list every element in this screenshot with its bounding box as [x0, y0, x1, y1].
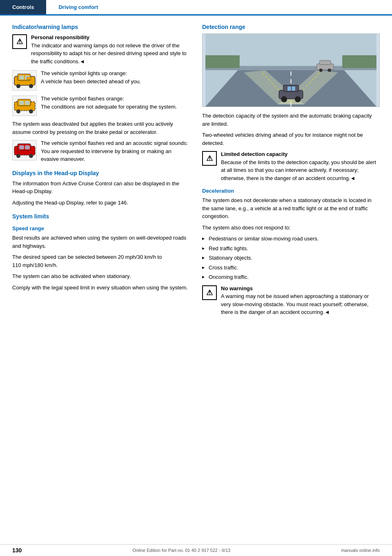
nav-controls[interactable]: Controls: [0, 0, 46, 14]
right-column: Detection range: [202, 24, 380, 320]
detection-text-1: The detection capacity of the system and…: [202, 112, 380, 128]
warning-body-3: A warning may not be issued when approac…: [221, 292, 380, 316]
warning-block-personal-responsibility: ⚠ Personal responsibility The indicator …: [12, 33, 190, 65]
section-heading-hud: Displays in the Head-up Display: [12, 170, 190, 176]
svg-rect-11: [19, 101, 24, 105]
car-text-1: The vehicle symbol lights up orange: A v…: [41, 69, 141, 85]
section-heading-indicators: Indicator/warning lamps: [12, 24, 190, 30]
svg-point-16: [29, 154, 33, 158]
section-heading-system-limits: System limits: [12, 213, 190, 220]
svg-rect-24: [342, 55, 376, 68]
svg-rect-23: [205, 55, 240, 68]
car-text-2: The vehicle symbol flashes orange: The c…: [41, 95, 177, 111]
svg-rect-12: [25, 101, 30, 105]
warning-body-1: The indicator and warning lamps do not r…: [31, 42, 190, 66]
warning-body-2: Because of the limits to the detection c…: [221, 158, 380, 182]
svg-point-15: [16, 154, 20, 158]
section-heading-detection-range: Detection range: [202, 24, 380, 30]
bullet-item-stationary: Stationary objects.: [202, 254, 380, 262]
warning-text-1: Personal responsibility The indicator an…: [31, 33, 190, 65]
warning-title-3: No warnings: [221, 285, 380, 293]
svg-rect-37: [287, 87, 291, 91]
speed-range-text-1: Best results are achieved when using the…: [12, 234, 190, 250]
car-icon-red-flash: [12, 140, 37, 160]
speed-range-text-3: The system can also be activated when st…: [12, 272, 190, 280]
bullet-item-pedestrians: Pedestrians or similar slow-moving road …: [202, 235, 380, 243]
car-icon-svg-1: [13, 71, 36, 89]
svg-point-31: [319, 69, 323, 72]
warning-block-limited-detection: ⚠ Limited detection capacity Because of …: [202, 150, 380, 182]
warning-block-no-warnings: ⚠ No warnings A warning may not be issue…: [202, 285, 380, 316]
svg-point-3: [29, 84, 33, 88]
svg-point-9: [16, 109, 20, 113]
hud-text-2: Adjusting the Head-up Display, refer to …: [12, 199, 190, 207]
left-column: Indicator/warning lamps ⚠ Personal respo…: [12, 24, 190, 320]
car-icon-block-1: The vehicle symbol lights up orange: A v…: [12, 69, 190, 91]
nav-driving-comfort[interactable]: Driving comfort: [46, 0, 110, 14]
car-icon-svg-3: [13, 141, 36, 159]
hud-text-1: The information from Active Cruise Contr…: [12, 180, 190, 196]
warning-title-2: Limited detection capacity: [221, 150, 380, 158]
car-icon-svg-2: [13, 97, 36, 115]
top-navigation: Controls Driving comfort: [0, 0, 392, 15]
deceleration-text-2: The system also does not respond to:: [202, 224, 380, 232]
svg-rect-30: [320, 60, 331, 64]
svg-point-10: [29, 109, 33, 113]
speed-range-text-2: The desired speed can be selected betwee…: [12, 253, 190, 269]
detection-range-image: [202, 33, 380, 107]
bullet-item-cross-traffic: Cross traffic.: [202, 264, 380, 272]
svg-rect-17: [19, 145, 24, 149]
sub-heading-deceleration: Deceleration: [202, 188, 380, 194]
svg-rect-4: [19, 76, 24, 80]
car-icon-orange-flash: [12, 96, 37, 116]
system-deactivated-text: The system was deactivated but applies t…: [12, 120, 190, 136]
warning-title-1: Personal responsibility: [31, 33, 190, 42]
svg-point-32: [328, 69, 331, 72]
detection-text-2: Two-wheeled vehicles driving ahead of yo…: [202, 131, 380, 147]
warning-icon-3: ⚠: [202, 285, 217, 300]
car-text-3: The vehicle symbol flashes red and an ac…: [41, 139, 190, 163]
sub-heading-speed-range: Speed range: [12, 225, 190, 231]
svg-rect-18: [25, 145, 30, 149]
footer-right-text: manuals online.info: [341, 548, 380, 553]
svg-rect-6: [27, 77, 31, 80]
footer-page-number: 130: [12, 547, 22, 554]
car-icon-orange-detected: [12, 70, 37, 91]
car-icon-block-3: The vehicle symbol flashes red and an ac…: [12, 139, 190, 163]
main-content: Indicator/warning lamps ⚠ Personal respo…: [0, 16, 392, 329]
deceleration-bullet-list: Pedestrians or similar slow-moving road …: [202, 235, 380, 281]
deceleration-text-1: The system does not decelerate when a st…: [202, 196, 380, 220]
footer: 130 Online Edition for Part no. 01 40 2 …: [0, 544, 392, 556]
svg-point-35: [281, 96, 287, 102]
speed-range-text-4: Comply with the legal speed limit in eve…: [12, 284, 190, 292]
bullet-item-oncoming: Oncoming traffic.: [202, 273, 380, 281]
svg-point-36: [295, 96, 301, 102]
warning-icon-1: ⚠: [12, 34, 27, 49]
road-scene-svg: [203, 34, 379, 107]
car-icon-block-2: The vehicle symbol flashes orange: The c…: [12, 95, 190, 116]
svg-point-2: [16, 84, 20, 88]
warning-text-3: No warnings A warning may not be issued …: [221, 285, 380, 316]
warning-icon-2: ⚠: [202, 151, 217, 166]
footer-center-text: Online Edition for Part no. 01 40 2 917 …: [132, 548, 230, 553]
warning-text-2: Limited detection capacity Because of th…: [221, 150, 380, 182]
bullet-item-red-lights: Red traffic lights.: [202, 245, 380, 253]
svg-rect-38: [292, 87, 295, 91]
